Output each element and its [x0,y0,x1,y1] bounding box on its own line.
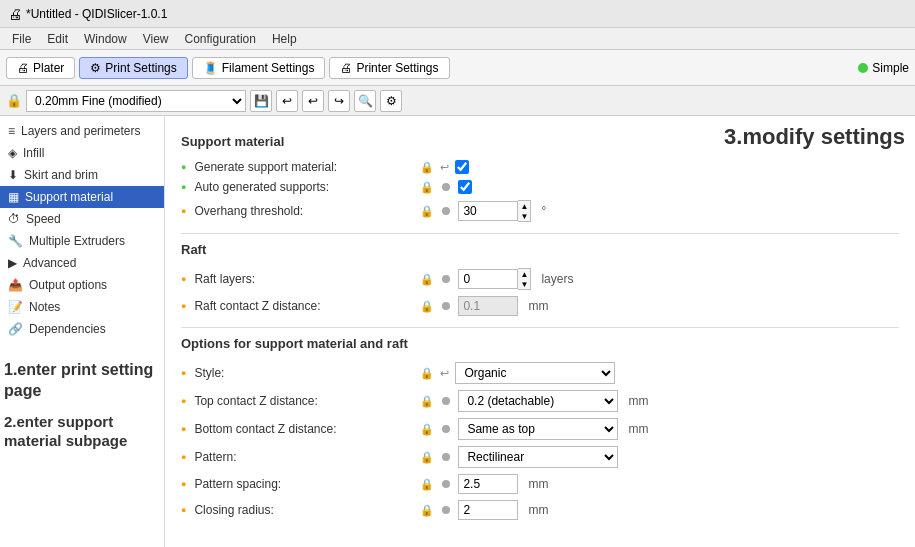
top-contact-z-label: Top contact Z distance: [194,394,414,408]
menu-edit[interactable]: Edit [39,30,76,48]
menu-file[interactable]: File [4,30,39,48]
overhang-unit: ° [541,204,546,218]
overhang-input[interactable] [458,201,518,221]
pattern-spacing-label: Pattern spacing: [194,477,414,491]
print-settings-tab[interactable]: ⚙ Print Settings [79,57,187,79]
top-contact-z-dot: ● [181,396,186,406]
closing-radius-row: ● Closing radius: 🔒 mm [181,497,899,523]
pattern-spacing-dot: ● [181,479,186,489]
printer-settings-icon: 🖨 [340,61,352,75]
sidebar-item-dependencies[interactable]: 🔗 Dependencies [0,318,164,340]
menu-bar: File Edit Window View Configuration Help [0,28,915,50]
generate-support-row: ● Generate support material: 🔒 ↩ [181,157,899,177]
redo-btn[interactable]: ↪ [328,90,350,112]
profile-select[interactable]: 0.20mm Fine (modified) [26,90,246,112]
overhang-spin-up[interactable]: ▲ [518,201,530,211]
auto-generated-label: Auto generated supports: [194,180,414,194]
closing-radius-dot-indicator [442,506,450,514]
bottom-contact-z-dot: ● [181,424,186,434]
pattern-select[interactable]: Rectilinear Honeycomb Lightning [458,446,618,468]
search-btn[interactable]: 🔍 [354,90,376,112]
raft-contact-z-label: Raft contact Z distance: [194,299,414,313]
pattern-spacing-lock[interactable]: 🔒 [420,478,434,491]
style-reset[interactable]: ↩ [440,367,449,380]
menu-configuration[interactable]: Configuration [177,30,264,48]
raft-contact-z-lock[interactable]: 🔒 [420,300,434,313]
save-profile-btn[interactable]: 💾 [250,90,272,112]
pattern-dot: ● [181,452,186,462]
bottom-contact-z-select[interactable]: Same as top 0.2 (detachable) 0.1 [458,418,618,440]
raft-layers-dot: ● [181,274,186,284]
raft-contact-z-dot-indicator [442,302,450,310]
style-row: ● Style: 🔒 ↩ Organic Normal Tree [181,359,899,387]
sidebar-item-infill[interactable]: ◈ Infill [0,142,164,164]
overhang-lock[interactable]: 🔒 [420,205,434,218]
step2-label-container: 2.enter support material subpage [0,406,164,457]
advanced-icon: ▶ [8,256,17,270]
sidebar-item-skirt[interactable]: ⬇ Skirt and brim [0,164,164,186]
bottom-contact-z-label: Bottom contact Z distance: [194,422,414,436]
style-lock[interactable]: 🔒 [420,367,434,380]
closing-radius-input[interactable] [458,500,518,520]
support-icon: ▦ [8,190,19,204]
overhang-label: Overhang threshold: [194,204,414,218]
sidebar-item-notes[interactable]: 📝 Notes [0,296,164,318]
generate-support-label: Generate support material: [194,160,414,174]
pattern-spacing-input[interactable] [458,474,518,494]
raft-layers-spin-down[interactable]: ▼ [518,279,530,289]
pattern-dot-indicator [442,453,450,461]
skirt-icon: ⬇ [8,168,18,182]
bottom-contact-z-unit: mm [628,422,648,436]
auto-generated-checkbox[interactable] [458,180,472,194]
plater-tab[interactable]: 🖨 Plater [6,57,75,79]
generate-support-reset[interactable]: ↩ [440,161,449,174]
sidebar-item-support[interactable]: ▦ Support material [0,186,164,208]
raft-layers-unit: layers [541,272,573,286]
menu-view[interactable]: View [135,30,177,48]
infill-icon: ◈ [8,146,17,160]
closing-radius-lock[interactable]: 🔒 [420,504,434,517]
profile-bar: 🔒 0.20mm Fine (modified) 💾 ↩ ↩ ↪ 🔍 ⚙ [0,86,915,116]
overhang-spinners: ▲ ▼ [518,200,531,222]
bottom-contact-z-lock[interactable]: 🔒 [420,423,434,436]
raft-contact-z-input[interactable] [458,296,518,316]
pattern-spacing-row: ● Pattern spacing: 🔒 mm [181,471,899,497]
top-contact-z-select[interactable]: 0.2 (detachable) 0.1 0 [458,390,618,412]
raft-layers-input[interactable] [458,269,518,289]
undo-btn[interactable]: ↩ [302,90,324,112]
closing-radius-unit: mm [528,503,548,517]
printer-settings-tab[interactable]: 🖨 Printer Settings [329,57,449,79]
sidebar-item-output[interactable]: 📤 Output options [0,274,164,296]
overhang-spin-down[interactable]: ▼ [518,211,530,221]
reset-profile-btn[interactable]: ↩ [276,90,298,112]
sidebar-item-layers[interactable]: ≡ Layers and perimeters [0,120,164,142]
filament-settings-icon: 🧵 [203,61,218,75]
sidebar-item-advanced[interactable]: ▶ Advanced [0,252,164,274]
auto-generated-lock[interactable]: 🔒 [420,181,434,194]
options-support-header: Options for support material and raft [181,336,899,351]
pattern-label: Pattern: [194,450,414,464]
bottom-contact-z-row: ● Bottom contact Z distance: 🔒 Same as t… [181,415,899,443]
raft-layers-lock[interactable]: 🔒 [420,273,434,286]
style-label: Style: [194,366,414,380]
raft-contact-z-unit: mm [528,299,548,313]
step3-label: 3.modify settings [724,124,905,150]
top-contact-z-lock[interactable]: 🔒 [420,395,434,408]
extruders-icon: 🔧 [8,234,23,248]
raft-layers-spin-up[interactable]: ▲ [518,269,530,279]
app-icon: 🖨 [8,6,22,22]
pattern-lock[interactable]: 🔒 [420,451,434,464]
sidebar-item-speed[interactable]: ⏱ Speed [0,208,164,230]
generate-support-lock[interactable]: 🔒 [420,161,434,174]
menu-help[interactable]: Help [264,30,305,48]
raft-layers-dot-indicator [442,275,450,283]
menu-window[interactable]: Window [76,30,135,48]
generate-support-dot: ● [181,162,186,172]
sidebar-item-multiple-extruders[interactable]: 🔧 Multiple Extruders [0,230,164,252]
notes-icon: 📝 [8,300,23,314]
settings-btn[interactable]: ⚙ [380,90,402,112]
style-select[interactable]: Organic Normal Tree [455,362,615,384]
filament-settings-tab[interactable]: 🧵 Filament Settings [192,57,326,79]
generate-support-checkbox[interactable] [455,160,469,174]
pattern-spacing-dot-indicator [442,480,450,488]
